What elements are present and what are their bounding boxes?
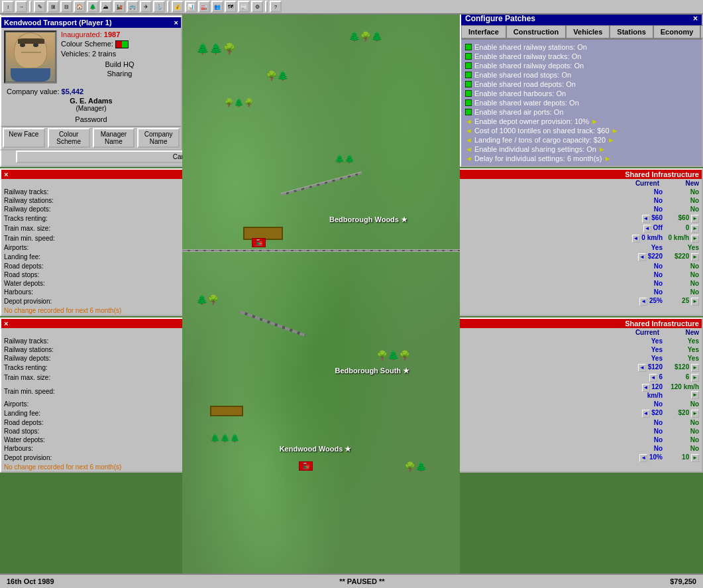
tab-stations[interactable]: Stations <box>610 25 653 38</box>
patch-item[interactable]: Enable shared railway depots: On <box>464 61 699 70</box>
toolbar-btn-19[interactable]: ⚙ <box>251 1 263 13</box>
arrow-left-btn[interactable]: ◄ <box>642 215 650 223</box>
arrow-right-btn[interactable]: ► <box>691 374 699 382</box>
build-hq-btn[interactable]: Build HQ <box>105 60 134 68</box>
tree-8: 🌲🌲🌲 <box>210 434 240 443</box>
company-panel-close[interactable]: × <box>174 19 178 27</box>
row-val2: 0 ► <box>665 223 702 233</box>
shared-panel-close-1[interactable]: × <box>4 170 8 178</box>
row-val2: No <box>665 436 702 444</box>
patch-item[interactable]: Enable shared harbours: On <box>464 89 699 98</box>
row-val1: No <box>629 427 665 436</box>
row-val1: No <box>629 444 665 453</box>
toolbar-btn-11[interactable]: ✈ <box>140 1 152 13</box>
sharing-btn[interactable]: Sharing <box>107 70 133 78</box>
row-val1: ◄ 10% <box>629 453 665 463</box>
green-dot-icon <box>465 44 472 50</box>
row-val2: 25 ► <box>665 296 702 306</box>
tab-economy[interactable]: Economy <box>653 25 701 38</box>
shared-panel-close-2[interactable]: × <box>4 320 8 327</box>
toolbar-btn-4[interactable]: ⊞ <box>47 1 59 13</box>
tab-interface[interactable]: Interface <box>461 25 506 38</box>
arrow-left-btn[interactable]: ◄ <box>643 225 651 233</box>
tab-vehicles[interactable]: Vehicles <box>566 25 610 38</box>
toolbar-btn-1[interactable]: ↕ <box>2 1 14 13</box>
arrow-left-btn[interactable]: ◄ <box>639 298 647 306</box>
shared-panel-title-1: Shared Infrastructure <box>625 170 699 178</box>
row-val2-text: $20 <box>678 409 691 416</box>
patch-item[interactable]: ◄Landing fee / tons of cargo capacity: $… <box>464 135 699 145</box>
row-val2: No <box>665 270 702 279</box>
patch-item[interactable]: Enable shared railway tracks: On <box>464 52 699 61</box>
toolbar-btn-13[interactable]: 💰 <box>172 1 184 13</box>
patch-item[interactable]: Enable shared water depots: On <box>464 98 699 107</box>
toolbar-btn-10[interactable]: 🚌 <box>127 1 138 13</box>
row-val1: ◄ $20 <box>629 408 665 418</box>
arrow-left-btn[interactable]: ◄ <box>632 235 640 243</box>
patch-item[interactable]: Enable shared air ports: On <box>464 107 699 117</box>
toolbar-btn-17[interactable]: 🗺 <box>225 1 237 13</box>
tab-construction[interactable]: Construction <box>506 25 566 38</box>
patch-item[interactable]: Enable shared road stops: On <box>464 70 699 80</box>
arrow-right-btn[interactable]: ► <box>691 454 699 462</box>
toolbar-btn-14[interactable]: 📊 <box>185 1 197 13</box>
row-val1-text: $60 <box>650 214 663 221</box>
new-face-btn[interactable]: New Face <box>3 128 45 148</box>
row-val1-text: 0 km/h <box>640 234 663 241</box>
row-val2: No <box>665 444 702 453</box>
row-val1: No <box>629 400 665 408</box>
arrow-right-btn[interactable]: ► <box>691 235 699 243</box>
row-val1: ◄ 6 <box>629 373 665 382</box>
arrow-right-btn[interactable]: ► <box>691 364 699 372</box>
toolbar-btn-18[interactable]: 📰 <box>238 1 250 13</box>
arrow-right-icon: ► <box>598 145 606 153</box>
company-value: $5,442 <box>62 88 84 95</box>
patch-item[interactable]: ◄Enable individual sharing settings: On► <box>464 145 699 154</box>
arrow-right-btn[interactable]: ► <box>691 225 699 233</box>
company-name-btn[interactable]: Company Name <box>137 128 180 148</box>
row-val2-text: 10 <box>682 453 691 461</box>
tab-competitors[interactable]: Competitors <box>700 25 703 38</box>
arrow-left-btn[interactable]: ◄ <box>642 384 650 392</box>
arrow-right-icon: ► <box>591 117 598 125</box>
manager-name-btn[interactable]: Manager Name <box>93 128 135 148</box>
arrow-left-btn[interactable]: ◄ <box>638 364 646 372</box>
arrow-left-btn[interactable]: ◄ <box>642 410 650 418</box>
toolbar-btn-15[interactable]: 🏭 <box>198 1 210 13</box>
patch-item[interactable]: ◄Delay for individual settings: 6 month(… <box>464 154 699 163</box>
arrow-right-btn[interactable]: ► <box>691 215 699 223</box>
toolbar-btn-12[interactable]: ⚓ <box>153 1 165 13</box>
arrow-right-btn[interactable]: ► <box>691 298 699 306</box>
arrow-right-btn[interactable]: ► <box>691 410 699 418</box>
arrow-left-btn[interactable]: ◄ <box>649 374 657 382</box>
toolbar-btn-16[interactable]: 👥 <box>211 1 223 13</box>
toolbar-btn-6[interactable]: 🏠 <box>74 1 85 13</box>
toolbar-btn-8[interactable]: ⛰ <box>100 1 112 13</box>
patch-item[interactable]: ◄Enable depot owner provision: 10%► <box>464 117 699 126</box>
row-val2-text: $60 <box>678 214 691 221</box>
row-val2-text: 25 <box>682 297 691 304</box>
patch-item[interactable]: ◄Cost of 1000 tontiles on shared track: … <box>464 126 699 135</box>
patch-item[interactable]: Enable shared road depots: On <box>464 80 699 89</box>
row-val2-text: 0 <box>686 224 691 231</box>
toolbar-btn-7[interactable]: 🌲 <box>87 1 99 13</box>
toolbar-btn-20[interactable]: ? <box>270 1 282 13</box>
patch-item[interactable]: Enable shared railway stations: On <box>464 42 699 52</box>
toolbar-btn-5[interactable]: ⊟ <box>60 1 72 13</box>
row-val1-text: 10% <box>647 453 663 461</box>
row-val1-text: $220 <box>646 253 663 260</box>
password-btn[interactable]: Password <box>63 114 119 125</box>
patch-item-text: Cost of 1000 tontiles on shared track: $… <box>474 127 610 135</box>
toolbar-btn-2[interactable]: → <box>15 1 27 13</box>
inaugurated-label: Inaugurated: <box>61 30 102 38</box>
town-bedborough-woods: Bedborough Woods ★ <box>329 215 407 224</box>
arrow-right-btn[interactable]: ► <box>691 253 699 261</box>
colour-scheme-btn[interactable]: Colour Scheme <box>48 128 90 148</box>
configure-patches-close[interactable]: × <box>693 14 698 23</box>
arrow-left-btn[interactable]: ◄ <box>639 454 647 462</box>
row-val1: No <box>629 288 665 296</box>
arrow-left-btn[interactable]: ◄ <box>638 253 646 261</box>
arrow-right-btn[interactable]: ► <box>691 391 699 399</box>
toolbar-btn-3[interactable]: ✎ <box>34 1 46 13</box>
toolbar-btn-9[interactable]: 🚂 <box>113 1 125 13</box>
